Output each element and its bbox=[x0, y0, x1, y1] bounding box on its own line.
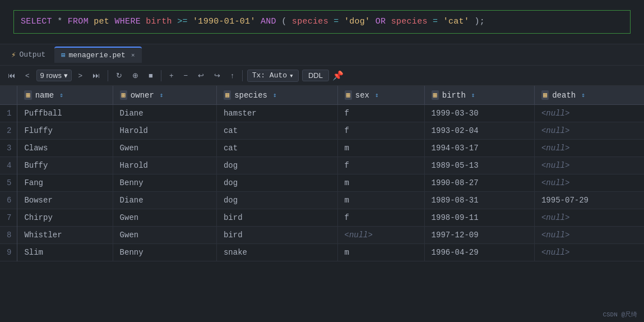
sql-editor: SELECT * FROM pet WHERE birth >= '1990-0… bbox=[0, 0, 644, 44]
cell-birth: 1993-02-04 bbox=[424, 122, 534, 140]
table-row[interactable]: 8WhistlerGwenbird<null>1997-12-09<null> bbox=[0, 227, 644, 244]
cell-rownum: 1 bbox=[0, 105, 17, 122]
th-owner[interactable]: ▦ owner ⇕ bbox=[113, 86, 216, 105]
val-cat: 'cat' bbox=[443, 17, 470, 26]
undo-btn[interactable]: ↩ bbox=[194, 70, 207, 81]
col-species2: species bbox=[391, 17, 428, 26]
nav-first-btn[interactable]: ⏮ bbox=[4, 70, 18, 81]
cell-sex: m bbox=[337, 174, 424, 192]
tab-table[interactable]: ⊞ menagerie.pet × bbox=[54, 47, 141, 63]
table-container: ▦ name ⇕ ▦ owner ⇕ ▦ species bbox=[0, 86, 644, 261]
table-row[interactable]: 5FangBennydogm1990-08-27<null> bbox=[0, 174, 644, 192]
cell-owner: Gwen bbox=[113, 227, 216, 244]
tab-output[interactable]: ⚡ Output bbox=[4, 47, 52, 63]
col-icon-sex: ▦ bbox=[345, 90, 352, 100]
pin-btn[interactable]: 📌 bbox=[332, 70, 344, 81]
remove-btn[interactable]: − bbox=[180, 70, 192, 81]
sort-arrow-death: ⇕ bbox=[581, 91, 585, 99]
table-icon: ⊞ bbox=[61, 51, 65, 59]
cell-death: 1995-07-29 bbox=[534, 192, 644, 209]
cell-death: <null> bbox=[534, 157, 644, 174]
cell-name: Claws bbox=[17, 140, 113, 157]
cell-rownum: 9 bbox=[0, 244, 17, 261]
cell-birth: 1994-03-17 bbox=[424, 140, 534, 157]
cell-name: Chirpy bbox=[17, 209, 113, 227]
separator-3 bbox=[242, 70, 243, 81]
cell-death: <null> bbox=[534, 244, 644, 261]
nav-next-btn[interactable]: > bbox=[75, 70, 86, 81]
kw-from: FROM bbox=[68, 17, 89, 26]
cell-birth: 1997-12-09 bbox=[424, 227, 534, 244]
cell-species: dog bbox=[216, 157, 337, 174]
cell-species: cat bbox=[216, 140, 337, 157]
cell-owner: Harold bbox=[113, 157, 216, 174]
table-row[interactable]: 6BowserDianedogm1989-08-311995-07-29 bbox=[0, 192, 644, 209]
cell-birth: 1998-09-11 bbox=[424, 209, 534, 227]
op-eq2: = bbox=[433, 17, 438, 26]
cell-name: Fang bbox=[17, 174, 113, 192]
kw-or: OR bbox=[376, 17, 386, 26]
cell-rownum: 7 bbox=[0, 209, 17, 227]
upload-btn[interactable]: ↑ bbox=[227, 70, 238, 81]
cell-birth: 1989-08-31 bbox=[424, 192, 534, 209]
stop-btn[interactable]: ■ bbox=[145, 70, 156, 81]
separator-2 bbox=[161, 70, 161, 81]
col-icon-species: ▦ bbox=[224, 90, 231, 100]
rows-dropdown[interactable]: 9 rows ▾ bbox=[36, 70, 72, 81]
cell-species: dog bbox=[216, 192, 337, 209]
ddl-btn[interactable]: DDL bbox=[302, 70, 329, 81]
table-row[interactable]: 1PuffballDianehamsterf1999-03-30<null> bbox=[0, 105, 644, 122]
cell-owner: Gwen bbox=[113, 209, 216, 227]
cell-rownum: 5 bbox=[0, 174, 17, 192]
zoom-btn[interactable]: ⊕ bbox=[129, 70, 142, 81]
sort-arrow-species: ⇕ bbox=[273, 91, 277, 99]
op-gte: >= bbox=[177, 17, 188, 26]
kw-and: AND bbox=[261, 17, 276, 26]
table-row[interactable]: 2FluffyHaroldcatf1993-02-04<null> bbox=[0, 122, 644, 140]
cell-name: Puffball bbox=[17, 105, 113, 122]
kw-where: WHERE bbox=[114, 17, 141, 26]
tab-close-btn[interactable]: × bbox=[131, 52, 135, 59]
nav-last-btn[interactable]: ⏭ bbox=[89, 70, 103, 81]
cell-sex: <null> bbox=[337, 227, 424, 244]
cell-death: <null> bbox=[534, 209, 644, 227]
th-death[interactable]: ▦ death ⇕ bbox=[534, 86, 644, 105]
th-species[interactable]: ▦ species ⇕ bbox=[216, 86, 337, 105]
col-species1: species bbox=[292, 17, 328, 26]
cell-species: bird bbox=[216, 209, 337, 227]
redo-btn[interactable]: ↪ bbox=[211, 70, 224, 81]
rows-info: 9 rows ▾ bbox=[36, 70, 72, 81]
tx-dropdown[interactable]: Tx: Auto ▾ bbox=[247, 70, 299, 82]
table-row[interactable]: 7ChirpyGwenbirdf1998-09-11<null> bbox=[0, 209, 644, 227]
cell-owner: Gwen bbox=[113, 140, 216, 157]
op-eq1: = bbox=[333, 17, 339, 26]
nav-prev-btn[interactable]: < bbox=[22, 70, 33, 81]
refresh-btn[interactable]: ↻ bbox=[113, 70, 126, 81]
cell-death: <null> bbox=[534, 140, 644, 157]
table-body: 1PuffballDianehamsterf1999-03-30<null>2F… bbox=[0, 105, 644, 261]
cell-name: Whistler bbox=[17, 227, 113, 244]
cell-species: dog bbox=[216, 174, 337, 192]
th-rownum bbox=[0, 86, 17, 105]
add-btn[interactable]: + bbox=[166, 70, 177, 81]
sort-arrow-sex: ⇕ bbox=[375, 91, 379, 99]
cell-owner: Diane bbox=[113, 192, 216, 209]
val-dog: 'dog' bbox=[344, 17, 370, 26]
sort-arrow-owner: ⇕ bbox=[160, 91, 164, 99]
cell-sex: f bbox=[337, 105, 424, 122]
cell-rownum: 8 bbox=[0, 227, 17, 244]
cell-death: <null> bbox=[534, 227, 644, 244]
col-birth: birth bbox=[146, 17, 172, 26]
th-birth[interactable]: ▦ birth ⇕ bbox=[424, 86, 534, 105]
cell-sex: m bbox=[337, 192, 424, 209]
table-row[interactable]: 3ClawsGwencatm1994-03-17<null> bbox=[0, 140, 644, 157]
tabs-bar: ⚡ Output ⊞ menagerie.pet × bbox=[0, 44, 644, 66]
th-sex[interactable]: ▦ sex ⇕ bbox=[337, 86, 424, 105]
output-icon: ⚡ bbox=[11, 50, 16, 59]
sql-line: SELECT * FROM pet WHERE birth >= '1990-0… bbox=[21, 15, 623, 29]
cell-name: Fluffy bbox=[17, 122, 113, 140]
th-name[interactable]: ▦ name ⇕ bbox=[17, 86, 113, 105]
table-row[interactable]: 4BuffyHarolddogf1989-05-13<null> bbox=[0, 157, 644, 174]
cell-rownum: 3 bbox=[0, 140, 17, 157]
table-row[interactable]: 9SlimBennysnakem1996-04-29<null> bbox=[0, 244, 644, 261]
